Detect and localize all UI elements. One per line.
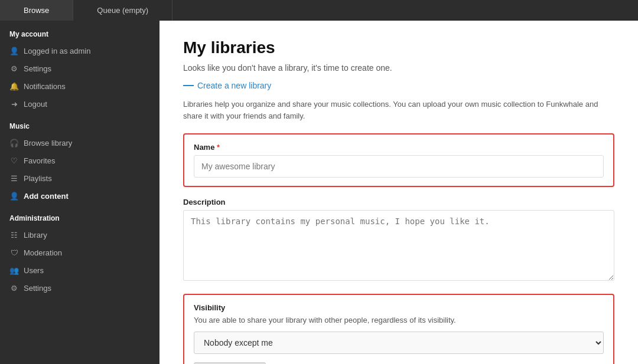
sidebar-item-settings-account[interactable]: ⚙ Settings <box>0 60 160 77</box>
grid-icon: ☷ <box>9 230 19 240</box>
sidebar-item-logout[interactable]: ➜ Logout <box>0 95 160 113</box>
sidebar-item-moderation[interactable]: 🛡 Moderation <box>0 244 160 261</box>
administration-section: Administration <box>0 205 160 226</box>
required-indicator: * <box>214 143 220 152</box>
sidebar-item-logged-in[interactable]: 👤 Logged in as admin <box>0 42 160 60</box>
sidebar-item-browse-library[interactable]: 🎧 Browse library <box>0 134 160 152</box>
headphones-icon: 🎧 <box>9 138 19 147</box>
visibility-select[interactable]: Nobody except me Everyone Followers <box>194 332 604 354</box>
sidebar-item-playlists[interactable]: ☰ Playlists <box>0 169 160 187</box>
page-subtitle: Looks like you don't have a library, it'… <box>183 63 614 73</box>
create-library-link[interactable]: Create a new library <box>183 81 614 90</box>
sidebar-item-users[interactable]: 👥 Users <box>0 261 160 279</box>
name-label: Name * <box>194 143 604 152</box>
link-bar-icon <box>183 85 194 86</box>
visibility-section: Visibility You are able to share your li… <box>183 294 614 364</box>
queue-tab[interactable]: Queue (empty) <box>73 0 172 21</box>
heart-icon: ♡ <box>9 156 19 165</box>
gear-icon: ⚙ <box>9 283 19 293</box>
description-field-section: Description <box>183 198 614 283</box>
sidebar-item-favorites[interactable]: ♡ Favorites <box>0 152 160 169</box>
visibility-info: You are able to share your library with … <box>194 316 604 324</box>
top-tabs: Browse Queue (empty) <box>0 0 638 21</box>
visibility-label: Visibility <box>194 303 604 312</box>
sidebar-item-admin-settings[interactable]: ⚙ Settings <box>0 279 160 297</box>
description-input[interactable] <box>183 210 614 281</box>
settings-icon: ⚙ <box>9 64 19 73</box>
my-account-section: My account <box>0 21 160 42</box>
browse-tab[interactable]: Browse <box>0 0 73 21</box>
description-label: Description <box>183 198 614 206</box>
shield-icon: 🛡 <box>9 248 19 257</box>
list-icon: ☰ <box>9 173 19 183</box>
users-icon: 👥 <box>9 265 19 275</box>
sidebar: My account 👤 Logged in as admin ⚙ Settin… <box>0 21 160 364</box>
info-text: Libraries help you organize and share yo… <box>183 99 614 122</box>
sidebar-item-add-content[interactable]: 👤 Add content <box>0 187 160 205</box>
name-field-section: Name * <box>183 133 614 187</box>
bell-icon: 🔔 <box>9 81 19 91</box>
person-icon: 👤 <box>9 46 19 55</box>
sidebar-item-notifications[interactable]: 🔔 Notifications <box>0 77 160 95</box>
add-content-icon: 👤 <box>9 191 19 201</box>
logout-icon: ➜ <box>9 99 19 109</box>
sidebar-item-library[interactable]: ☷ Library <box>0 226 160 244</box>
page-title: My libraries <box>183 38 614 57</box>
name-input[interactable] <box>194 155 604 178</box>
music-section: Music <box>0 113 160 134</box>
main-layout: My account 👤 Logged in as admin ⚙ Settin… <box>0 21 638 364</box>
main-content: My libraries Looks like you don't have a… <box>160 21 638 364</box>
